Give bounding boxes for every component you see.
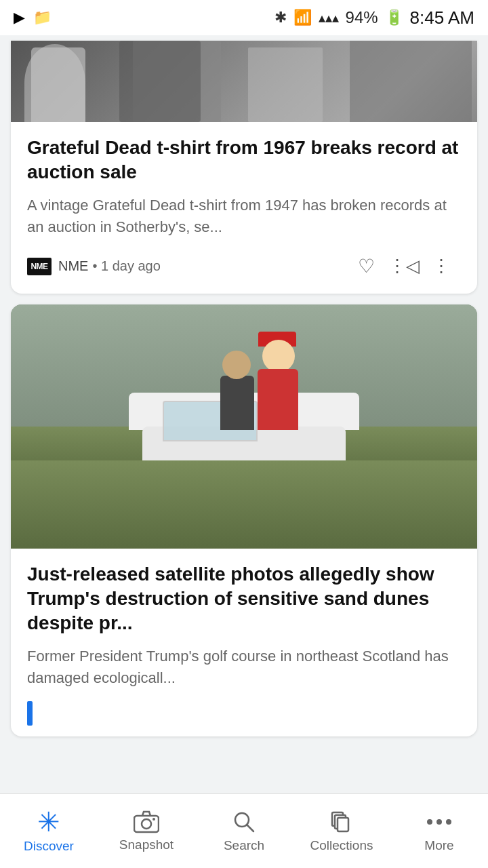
more-icon xyxy=(427,810,451,834)
article-2-excerpt: Former President Trump's golf course in … xyxy=(27,646,461,689)
folder-icon: 📁 xyxy=(33,9,52,26)
nav-item-collections[interactable]: Collections xyxy=(293,803,390,860)
svg-point-1 xyxy=(142,819,151,829)
nav-item-more[interactable]: More xyxy=(390,803,488,860)
nav-label-more: More xyxy=(424,838,453,853)
share-button[interactable]: ⋮◁ xyxy=(385,250,423,283)
youtube-icon: ▶ xyxy=(14,9,25,26)
svg-point-2 xyxy=(152,818,155,821)
status-bar: ▶ 📁 ✱ 📶 ▴▴▴ 94% 🔋 8:45 AM xyxy=(0,0,488,35)
discover-icon: ✳ xyxy=(36,809,62,835)
article-2-meta xyxy=(27,701,461,726)
main-content: Grateful Dead t-shirt from 1967 breaks r… xyxy=(0,35,488,829)
svg-rect-7 xyxy=(338,818,348,831)
clock: 8:45 AM xyxy=(410,7,474,28)
nav-item-search[interactable]: Search xyxy=(195,803,293,860)
article-2-source-indicator xyxy=(27,701,33,726)
second-person-head xyxy=(222,351,251,379)
article-1-source-logo: NME xyxy=(27,258,52,275)
article-1-source-name: NME xyxy=(58,258,88,274)
cart-body: Club Car 45 xyxy=(142,427,346,494)
collections-icon xyxy=(329,810,354,834)
nav-label-snapshot: Snapshot xyxy=(119,837,174,852)
person-body xyxy=(258,369,298,430)
article-1-actions: ♡ ⋮◁ ⋮ xyxy=(347,250,461,283)
article-2-body: Just-released satellite photos allegedly… xyxy=(11,549,477,736)
bluetooth-icon: ✱ xyxy=(274,9,287,26)
status-bar-left: ▶ 📁 xyxy=(14,9,52,26)
nav-item-discover[interactable]: ✳ Discover xyxy=(0,802,98,861)
asterisk-icon: ✳ xyxy=(37,808,60,835)
svg-line-4 xyxy=(247,825,253,831)
like-button[interactable]: ♡ xyxy=(347,250,385,283)
snapshot-icon xyxy=(134,810,159,833)
article-1-body: Grateful Dead t-shirt from 1967 breaks r… xyxy=(11,122,477,294)
article-2-title: Just-released satellite photos allegedly… xyxy=(27,562,461,636)
golf-cart: Club Car 45 xyxy=(129,359,359,494)
svg-rect-0 xyxy=(134,816,159,832)
battery-text: 94% xyxy=(346,8,378,27)
three-dots-icon: ⋮ xyxy=(432,256,451,277)
battery-icon: 🔋 xyxy=(385,9,403,26)
article-1-time: • 1 day ago xyxy=(92,258,160,274)
article-1-excerpt: A vintage Grateful Dead t-shirt from 194… xyxy=(27,195,461,238)
nav-item-snapshot[interactable]: Snapshot xyxy=(98,804,195,859)
article-1-image xyxy=(11,41,477,122)
more-button[interactable]: ⋮ xyxy=(423,250,461,283)
article-card-2: Club Car 45 Just-released satellite phot… xyxy=(11,304,477,736)
heart-icon: ♡ xyxy=(358,255,375,277)
article-2-image: Club Car 45 xyxy=(11,304,477,549)
second-person-body xyxy=(220,376,254,430)
status-bar-right: ✱ 📶 ▴▴▴ 94% 🔋 8:45 AM xyxy=(274,7,474,28)
nav-label-search: Search xyxy=(224,838,264,853)
nav-label-collections: Collections xyxy=(310,838,373,853)
person-head xyxy=(262,340,295,372)
cart-wheel-right xyxy=(302,465,339,502)
bottom-nav: ✳ Discover Snapshot Search Collections xyxy=(0,793,488,868)
wifi-icon: 📶 xyxy=(293,9,312,26)
article-card-1: Grateful Dead t-shirt from 1967 breaks r… xyxy=(11,41,477,294)
search-icon xyxy=(232,810,256,834)
cart-wheel-left xyxy=(149,465,186,502)
article-1-meta: NME NME • 1 day ago ♡ ⋮◁ ⋮ xyxy=(27,250,461,283)
share-icon: ⋮◁ xyxy=(388,256,420,277)
nav-label-discover: Discover xyxy=(24,839,74,854)
article-1-title: Grateful Dead t-shirt from 1967 breaks r… xyxy=(27,136,461,185)
signal-icon: ▴▴▴ xyxy=(319,9,339,26)
